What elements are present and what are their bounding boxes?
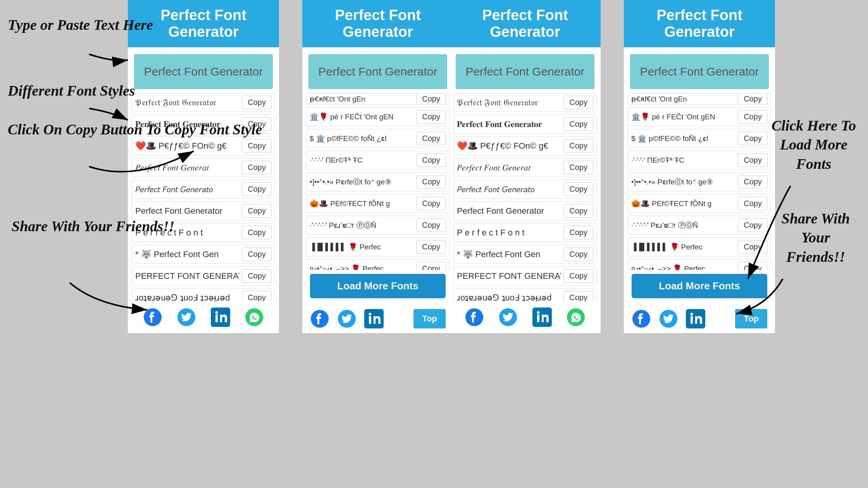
font-text: ❤️🎩 P€ƒƒ€© FOn© g€ <box>457 141 561 151</box>
linkedin-icon[interactable] <box>211 308 230 327</box>
linkedin-icon-2[interactable] <box>364 309 384 328</box>
font-text: 𝔓𝔢𝔯𝔣𝔢𝔠𝔱 𝔉𝔬𝔫𝔱 𝔊𝔢𝔫𝔢𝔯𝔞𝔱𝔬𝔯 <box>457 98 561 108</box>
copy-button[interactable]: Copy <box>563 161 593 174</box>
font-text: Perfect Font Generator <box>457 206 561 216</box>
panel2-input[interactable]: Perfect Font Generator <box>308 54 447 89</box>
copy-button[interactable]: Copy <box>416 132 446 145</box>
facebook-icon-3[interactable] <box>465 308 484 327</box>
copy-button[interactable]: Copy <box>416 218 446 232</box>
svg-rect-3 <box>215 314 218 322</box>
font-row: 𝘗𝘦𝘳𝘧𝘦𝘤𝘵 𝘍𝘰𝘯𝘵 𝘎𝘦𝘯𝘦𝘳𝘢𝘵𝘰Copy <box>453 180 597 199</box>
panel2-social-bar: Top <box>302 304 453 333</box>
copy-button[interactable]: Copy <box>738 93 768 105</box>
font-text: Perfect Font Generator <box>135 206 239 216</box>
copy-button[interactable]: Copy <box>242 204 272 218</box>
font-row: ∙'∙'∙'∙' ΠEr©Ŧª ŦCCopy <box>628 151 771 170</box>
panel4-input[interactable]: Perfect Font Generator <box>630 54 769 89</box>
copy-button[interactable]: Copy <box>738 110 768 124</box>
font-row: 𝔓𝔢𝔯𝔣𝔢𝔠𝔱 𝔉𝔬𝔫𝔱 𝔊𝔢𝔫𝔢𝔯𝔞𝔱𝔬𝔯Copy <box>453 93 597 112</box>
twitter-icon[interactable] <box>177 308 196 327</box>
copy-button[interactable]: Copy <box>563 226 593 239</box>
font-row: ɹoʇɐɹǝuǝ⅁ ʇuoℲ ʇɔǝɟɹǝd Copy <box>132 288 275 301</box>
copy-button[interactable]: Copy <box>242 139 272 153</box>
top-button-2[interactable]: Top <box>735 309 767 328</box>
panel3-header: Perfect Font Generator <box>450 0 601 47</box>
copy-button[interactable]: Copy <box>738 240 768 254</box>
whatsapp-icon-2[interactable] <box>566 308 586 327</box>
annotation-click-copy: Click On Copy Button To Copy Font Style <box>8 120 262 139</box>
copy-button[interactable]: Copy <box>563 139 593 153</box>
svg-point-10 <box>369 313 372 316</box>
facebook-icon[interactable] <box>143 308 162 327</box>
copy-button[interactable]: Copy <box>563 247 593 261</box>
font-text: 𝘗𝘦𝘳𝘧𝘦𝘤𝘵 𝘍𝘰𝘯𝘵 𝘎𝘦𝘯𝘦𝘳𝘢𝘵𝘰 <box>135 184 239 194</box>
panel4-header: Perfect Font Generator <box>624 0 775 47</box>
copy-button[interactable]: Copy <box>738 218 768 232</box>
copy-button[interactable]: Copy <box>416 153 446 167</box>
linkedin-icon-3[interactable] <box>532 308 552 327</box>
copy-button[interactable]: Copy <box>563 204 593 218</box>
copy-button[interactable]: Copy <box>563 182 593 196</box>
copy-button[interactable]: Copy <box>242 291 272 301</box>
copy-button[interactable]: Copy <box>242 182 272 196</box>
font-text: 𝐏𝐞𝐫𝐟𝐞𝐜𝐭 𝐅𝐨𝐧𝐭 𝐆𝐞𝐧𝐞𝐫𝐚𝐭𝐨𝐫 <box>457 119 561 129</box>
copy-button[interactable]: Copy <box>416 175 446 189</box>
copy-button[interactable]: Copy <box>242 226 272 239</box>
copy-button[interactable]: Copy <box>416 262 446 270</box>
copy-button[interactable]: Copy <box>563 96 593 109</box>
font-text: ɹoʇɐɹǝuǝ⅁ ʇuoℲ ʇɔǝɟɹǝd <box>457 293 561 302</box>
font-text: * 🐺 Perfect Font Gen <box>457 249 561 259</box>
copy-button[interactable]: Copy <box>738 197 768 210</box>
font-row: ∙'∙'∙'∙'∙' Pɛɹ'ɐ□т ⓅⓄÑCopy <box>628 216 771 235</box>
copy-button[interactable]: Copy <box>242 96 272 109</box>
twitter-icon-2[interactable] <box>337 309 356 328</box>
font-row: * 🐺 Perfect Font GenCopy <box>453 245 597 264</box>
whatsapp-icon[interactable] <box>245 308 264 327</box>
panel2-font-list: ᵽ€ʀf€ċt 'Ont gEnCopy🏛️🌹 pé r FEČt 'Ont g… <box>302 93 453 270</box>
copy-button[interactable]: Copy <box>242 247 272 261</box>
copy-button[interactable]: Copy <box>563 117 593 131</box>
font-text: ᵽ€ʀf€ċt 'Ont gEn <box>631 95 735 103</box>
copy-button[interactable]: Copy <box>563 291 593 301</box>
panel3-input[interactable]: Perfect Font Generator <box>456 54 594 89</box>
copy-button[interactable]: Copy <box>738 175 768 189</box>
load-more-button[interactable]: Load More Fonts <box>310 274 446 298</box>
copy-button[interactable]: Copy <box>242 269 272 283</box>
linkedin-icon-4[interactable] <box>686 309 705 328</box>
copy-button[interactable]: Copy <box>416 197 446 210</box>
svg-rect-9 <box>369 316 371 324</box>
font-text: ∙'∙'∙'∙'∙' Pɛɹ'ɐ□т ⓅⓄÑ <box>310 220 414 230</box>
copy-button[interactable]: Copy <box>416 110 446 124</box>
font-row: 𝘗𝘦𝘳𝘧𝘦𝘤𝘵 𝘍𝘰𝘯𝘵 𝘎𝘦𝘯𝘦𝘳𝘢𝘵𝘰 Copy <box>132 180 275 199</box>
copy-button[interactable]: Copy <box>416 93 446 105</box>
svg-point-15 <box>537 311 539 314</box>
twitter-icon-4[interactable] <box>659 309 678 328</box>
font-text: * 🐺 Perfect Font Gen <box>135 249 239 259</box>
copy-button[interactable]: Copy <box>242 161 272 174</box>
facebook-icon-4[interactable] <box>632 309 651 328</box>
phone-panel-right2: Perfect Font Generator Perfect Font Gene… <box>624 0 775 333</box>
font-row: ¤₂•°~₄•..–>> 🌹 PerfecCopy <box>628 259 771 270</box>
font-text: 🎃🎩 PEf©ŦECT fÔNt g <box>631 199 735 208</box>
font-text: ¤₂•°~₄•..–>> 🌹 Perfec <box>631 264 735 270</box>
copy-button[interactable]: Copy <box>563 269 593 283</box>
font-row: •]••°•.•» PɛrfeⓄt fo⁺ ge⑨Copy <box>628 172 771 191</box>
load-more-button-2[interactable]: Load More Fonts <box>632 274 767 298</box>
panel1-social-bar <box>128 301 279 333</box>
copy-button[interactable]: Copy <box>738 153 768 167</box>
annotation-type-paste: Type or Paste Text Here <box>8 15 153 34</box>
panel1-input[interactable]: Perfect Font Generator <box>134 54 273 89</box>
font-row-partial: ᵽ€ʀf€ċt 'Ont gEnCopy <box>306 93 450 105</box>
font-row: ∙'∙'∙'∙'∙' Pɛɹ'ɐ□т ⓅⓄÑCopy <box>306 216 450 235</box>
phone-panel-left: Perfect Font Generator Perfect Font Gene… <box>128 0 279 333</box>
font-row: ▐▐▌▌▌▌▌ 🌹 PerfecCopy <box>628 237 771 256</box>
font-row: PERFECT FONT GENERATORCopy <box>453 266 597 285</box>
copy-button[interactable]: Copy <box>738 132 768 145</box>
top-button[interactable]: Top <box>413 309 446 328</box>
facebook-icon-2[interactable] <box>310 309 329 328</box>
font-text: 𝑃𝑒𝑟𝑓𝑒𝑐𝑡 𝐹𝑜𝑛𝑡 𝐺𝑒𝑛𝑒𝑟𝑎𝑡 <box>457 163 561 173</box>
svg-rect-20 <box>691 316 693 324</box>
copy-button[interactable]: Copy <box>416 240 446 254</box>
copy-button[interactable]: Copy <box>738 262 768 270</box>
twitter-icon-3[interactable] <box>498 308 518 327</box>
